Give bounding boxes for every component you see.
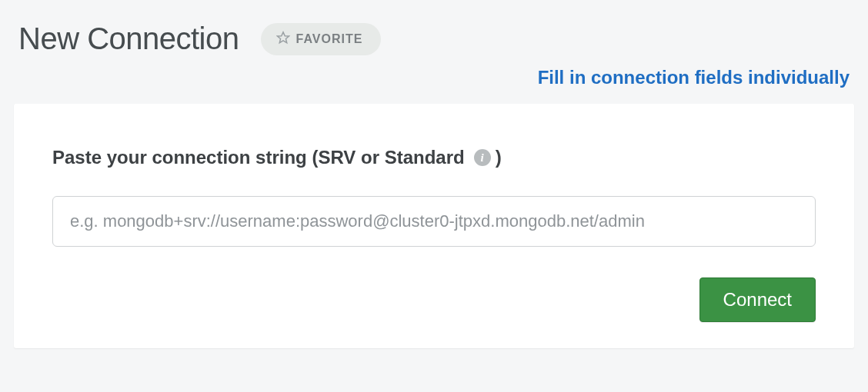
label-suffix: ) (496, 147, 502, 168)
actions-row: Connect (52, 277, 816, 322)
favorite-label: FAVORITE (296, 32, 363, 46)
connection-string-input[interactable] (52, 196, 816, 247)
connection-card: Paste your connection string (SRV or Sta… (14, 104, 854, 348)
favorite-button[interactable]: FAVORITE (261, 23, 382, 55)
connection-string-label: Paste your connection string (SRV or Sta… (52, 147, 816, 168)
fill-individually-link[interactable]: Fill in connection fields individually (538, 67, 850, 88)
label-prefix: Paste your connection string (SRV or Sta… (52, 147, 465, 168)
info-icon[interactable]: i (474, 149, 491, 166)
page-title: New Connection (18, 22, 239, 56)
link-row: Fill in connection fields individually (0, 67, 868, 104)
header-row: New Connection FAVORITE (0, 0, 868, 67)
connect-button[interactable]: Connect (699, 277, 816, 322)
svg-marker-0 (277, 32, 289, 42)
star-icon (276, 31, 290, 48)
